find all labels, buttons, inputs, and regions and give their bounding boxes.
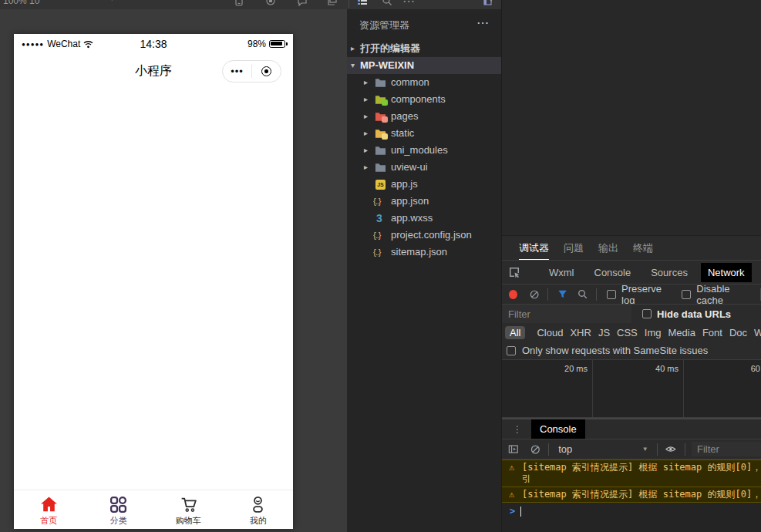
samesite-checkbox[interactable] bbox=[507, 346, 516, 355]
type-filter-css[interactable]: CSS bbox=[617, 327, 638, 338]
chevron-down-icon: ▾ bbox=[351, 57, 359, 74]
type-filter-font[interactable]: Font bbox=[702, 327, 722, 338]
search-icon[interactable] bbox=[382, 0, 392, 7]
record-icon[interactable] bbox=[265, 0, 276, 7]
chevron-right-icon: ▸ bbox=[351, 40, 359, 57]
more-button[interactable]: ••• bbox=[223, 60, 251, 82]
js-file-icon: JS bbox=[375, 180, 386, 190]
section-project-root[interactable]: ▾ MP-WEIXIN bbox=[347, 57, 501, 74]
tree-item-components[interactable]: ▸ components bbox=[347, 91, 501, 108]
category-grid-icon bbox=[109, 495, 128, 514]
cart-icon bbox=[179, 495, 198, 514]
device-icon[interactable] bbox=[234, 0, 244, 7]
tab-sources[interactable]: Sources bbox=[651, 267, 688, 278]
debugger-tab-row: 调试器 问题 输出 终端 bbox=[502, 235, 761, 260]
folder-badge bbox=[382, 99, 388, 106]
tab-debugger[interactable]: 调试器 bbox=[519, 241, 549, 260]
context-selector[interactable]: top ▼ bbox=[558, 443, 648, 455]
timeline-gridline bbox=[592, 360, 593, 417]
network-filter-input[interactable] bbox=[502, 305, 631, 324]
panel-toggle-icon[interactable] bbox=[483, 0, 493, 7]
console-prompt[interactable]: > bbox=[502, 503, 761, 520]
record-network-button[interactable] bbox=[509, 290, 517, 299]
search-icon[interactable] bbox=[577, 288, 588, 300]
toolbar-divider bbox=[349, 0, 349, 8]
network-filter-row: Hide data URLs bbox=[502, 304, 761, 323]
disable-cache-label: Disable cache bbox=[696, 283, 752, 306]
tree-item-pages[interactable]: ▸ pages bbox=[347, 108, 501, 125]
tab-console-drawer[interactable]: Console bbox=[531, 419, 585, 439]
tabbar-label: 我的 bbox=[250, 516, 267, 525]
tree-item-common[interactable]: ▸ common bbox=[347, 74, 501, 91]
tree-item-uni-modules[interactable]: ▸ uni_modules bbox=[347, 142, 501, 159]
console-sidebar-icon[interactable] bbox=[508, 443, 519, 455]
tab-wxml[interactable]: Wxml bbox=[549, 267, 574, 278]
exit-button[interactable] bbox=[252, 66, 281, 76]
tree-item-app-js[interactable]: JS app.js bbox=[347, 176, 501, 193]
context-value: top bbox=[558, 443, 572, 455]
tab-output[interactable]: 输出 bbox=[598, 241, 618, 255]
prompt-chevron-icon: > bbox=[510, 506, 515, 517]
type-filter-media[interactable]: Media bbox=[668, 327, 695, 338]
tabbar-item-home[interactable]: 首页 bbox=[14, 490, 84, 529]
tree-item-uview-ui[interactable]: ▸ uview-ui bbox=[347, 159, 501, 176]
warning-icon: ⚠ bbox=[509, 462, 514, 473]
windows-icon[interactable] bbox=[327, 0, 338, 7]
wxss-file-icon: 3 bbox=[376, 210, 382, 227]
type-filter-img[interactable]: Img bbox=[645, 327, 662, 338]
disable-cache-checkbox[interactable] bbox=[682, 290, 691, 299]
samesite-row: Only show requests with SameSite issues bbox=[502, 342, 761, 359]
tabbar-item-cart[interactable]: 购物车 bbox=[153, 490, 224, 529]
type-filter-ws[interactable]: WS bbox=[754, 327, 761, 338]
tab-bar: 首页 分类 购物车 我的 bbox=[14, 490, 293, 529]
tab-network[interactable]: Network bbox=[701, 263, 752, 282]
type-filter-all[interactable]: All bbox=[505, 326, 525, 339]
more-vertical-icon[interactable]: ⋮ bbox=[513, 424, 522, 435]
tree-item-static[interactable]: ▸ static bbox=[347, 125, 501, 142]
json-file-icon: {..} bbox=[373, 193, 380, 210]
phone-simulator: ●●●●● WeChat 14:38 98% 小程序 ••• bbox=[14, 34, 293, 529]
filter-funnel-icon[interactable] bbox=[557, 288, 567, 300]
section-open-editors[interactable]: ▸ 打开的编辑器 bbox=[347, 40, 501, 57]
zoom-level-button[interactable]: 100% 10 bbox=[3, 0, 39, 6]
type-filter-doc[interactable]: Doc bbox=[729, 327, 747, 338]
console-warning-message: ⚠ [sitemap 索引情况提示] 根据 sitemap 的规则[0]，当前 … bbox=[502, 460, 761, 487]
tree-item-app-wxss[interactable]: 3 app.wxss bbox=[347, 210, 501, 227]
more-icon[interactable]: ⋯ bbox=[402, 0, 413, 6]
network-toolbar: Preserve log Disable cache bbox=[502, 284, 761, 304]
hide-data-urls-checkbox[interactable] bbox=[642, 309, 652, 318]
tab-terminal[interactable]: 终端 bbox=[633, 241, 653, 255]
tree-item-app-json[interactable]: {..} app.json bbox=[347, 193, 501, 210]
json-file-icon: {..} bbox=[373, 227, 380, 244]
inspect-element-icon[interactable] bbox=[508, 266, 520, 278]
timeline-tick: 60 bbox=[685, 364, 760, 373]
tab-console[interactable]: Console bbox=[594, 267, 631, 278]
tabbar-item-mine[interactable]: 我的 bbox=[224, 490, 294, 529]
directory-list-icon[interactable] bbox=[357, 0, 368, 7]
eye-icon[interactable] bbox=[665, 443, 676, 455]
message-icon[interactable] bbox=[297, 0, 308, 7]
explorer-more-icon[interactable]: ⋯ bbox=[476, 15, 489, 30]
network-timeline: 20 ms 40 ms 60 bbox=[502, 359, 761, 418]
nav-bar: 小程序 ••• bbox=[14, 54, 293, 86]
folder-badge bbox=[382, 116, 388, 123]
type-filter-xhr[interactable]: XHR bbox=[570, 327, 591, 338]
tree-item-project-config[interactable]: {..} project.config.json bbox=[347, 227, 501, 244]
clear-icon[interactable] bbox=[530, 289, 539, 300]
json-file-icon: {..} bbox=[373, 244, 380, 261]
tab-problems[interactable]: 问题 bbox=[564, 241, 584, 255]
chevron-right-icon: ▸ bbox=[364, 125, 368, 142]
type-filter-js[interactable]: JS bbox=[598, 327, 610, 338]
preserve-log-checkbox[interactable] bbox=[607, 290, 616, 299]
tree-item-sitemap[interactable]: {..} sitemap.json bbox=[347, 244, 501, 261]
timeline-gridline bbox=[683, 360, 684, 417]
tabbar-label: 分类 bbox=[110, 516, 127, 525]
console-filter-input[interactable] bbox=[692, 442, 761, 456]
tabbar-label: 首页 bbox=[40, 516, 57, 525]
tabbar-label: 购物车 bbox=[176, 516, 201, 525]
clear-console-icon[interactable] bbox=[530, 444, 540, 455]
network-type-filters: All Cloud XHR JS CSS Img Media Font Doc … bbox=[502, 323, 761, 342]
type-filter-cloud[interactable]: Cloud bbox=[537, 327, 563, 338]
chevron-right-icon: ▸ bbox=[364, 159, 368, 176]
tabbar-item-category[interactable]: 分类 bbox=[84, 490, 154, 529]
